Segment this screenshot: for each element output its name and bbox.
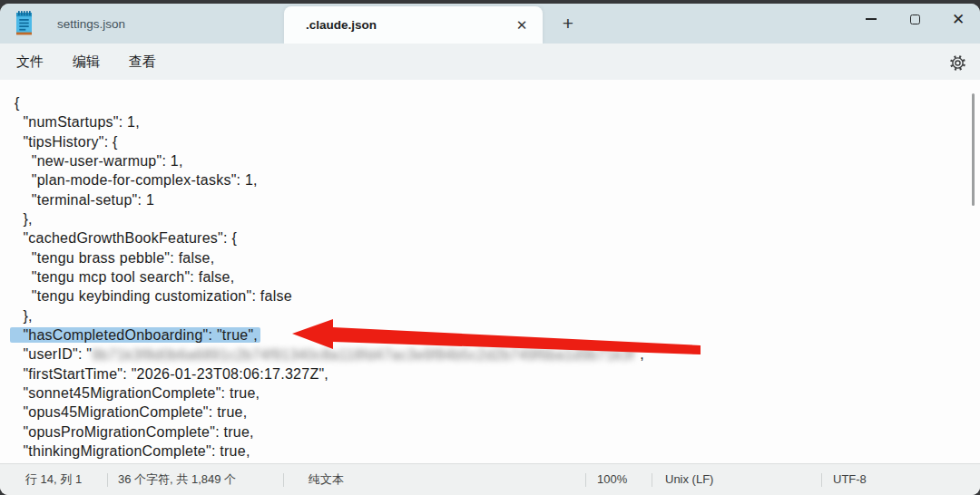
encoding: UTF-8 bbox=[833, 464, 867, 495]
code-line: "firstStartTime": "2026-01-23T08:06:17.3… bbox=[15, 364, 980, 383]
status-divider bbox=[652, 473, 652, 487]
tab-label: .claude.json bbox=[306, 18, 377, 32]
maximize-button[interactable] bbox=[893, 4, 936, 34]
code-line: "sonnet45MigrationComplete": true, bbox=[15, 383, 980, 403]
tab-settings-json[interactable]: settings.json bbox=[44, 4, 279, 44]
menu-view[interactable]: 查看 bbox=[114, 48, 171, 75]
char-count: 36 个字符, 共 1,849 个 bbox=[118, 464, 236, 495]
minimize-button[interactable] bbox=[849, 4, 893, 34]
text-editor[interactable]: { "numStartups": 1, "tipsHistory": { "ne… bbox=[0, 80, 980, 463]
selected-text: "hasCompletedOnboarding": "true", bbox=[10, 327, 260, 343]
code-line: "numStartups": 1, bbox=[15, 112, 980, 131]
userid-suffix: ", bbox=[634, 346, 644, 362]
code-line: "new-user-warmup": 1, bbox=[15, 151, 980, 170]
code-line: }, bbox=[15, 209, 980, 228]
status-divider bbox=[283, 473, 284, 487]
title-bar[interactable]: settings.json .claude.json ✕ + ✕ bbox=[0, 4, 980, 44]
zoom-level: 100% bbox=[597, 464, 627, 495]
status-bar: 行 14, 列 1 36 个字符, 共 1,849 个 纯文本 100% Uni… bbox=[0, 463, 980, 495]
window-controls: ✕ bbox=[849, 4, 980, 34]
gear-icon bbox=[949, 54, 966, 72]
vertical-scrollbar[interactable] bbox=[972, 93, 975, 206]
menu-file[interactable]: 文件 bbox=[2, 48, 58, 75]
code-line: }, bbox=[15, 306, 980, 325]
code-line: "cachedGrowthBookFeatures": { bbox=[15, 228, 980, 248]
notepad-app-icon bbox=[14, 10, 34, 36]
status-divider bbox=[821, 473, 822, 487]
minimize-icon bbox=[866, 18, 877, 20]
settings-button[interactable] bbox=[946, 51, 969, 74]
userid-prefix: "userID": " bbox=[15, 346, 92, 362]
code-line: "thinkingMigrationComplete": true, bbox=[15, 442, 980, 461]
code-line: "tipsHistory": { bbox=[15, 132, 980, 151]
code-line: "tengu brass pebble": false, bbox=[15, 248, 980, 267]
menu-edit[interactable]: 编辑 bbox=[58, 48, 114, 75]
tab-close-icon[interactable]: ✕ bbox=[512, 15, 532, 35]
code-line: "terminal-setup": 1 bbox=[15, 190, 980, 209]
notepad-window: settings.json .claude.json ✕ + ✕ 文件 编辑 查… bbox=[0, 4, 980, 495]
code-line: "opusProMigrationComplete": true, bbox=[15, 422, 980, 442]
tab-label: settings.json bbox=[57, 17, 125, 31]
code-line: "opus45MigrationComplete": true, bbox=[15, 403, 980, 422]
code-line: "plan-mode-for-complex-tasks": 1, bbox=[15, 170, 980, 189]
code-line-highlighted: "hasCompletedOnboarding": "true", bbox=[15, 325, 980, 345]
redacted-userid-blur: 9b71k3f8d0b6a6891c2b74f91340c8a118fd47ac… bbox=[92, 345, 634, 364]
doc-type: 纯文本 bbox=[309, 464, 344, 495]
tab-claude-json[interactable]: .claude.json ✕ bbox=[284, 6, 543, 44]
maximize-icon bbox=[910, 15, 920, 24]
close-button[interactable]: ✕ bbox=[936, 4, 980, 34]
close-icon: ✕ bbox=[952, 12, 965, 27]
code-line: { bbox=[15, 93, 980, 112]
new-tab-button[interactable]: + bbox=[555, 11, 581, 36]
status-divider bbox=[585, 473, 586, 487]
code-line: "tengu keybinding customization": false bbox=[15, 286, 980, 306]
line-ending: Unix (LF) bbox=[665, 464, 713, 495]
menu-bar: 文件 编辑 查看 bbox=[0, 44, 980, 80]
code-line-userid: "userID": "9b71k3f8d0b6a6891c2b74f91340c… bbox=[15, 345, 980, 364]
status-divider bbox=[107, 473, 108, 487]
code-line: "tengu mcp tool search": false, bbox=[15, 267, 980, 286]
cursor-position: 行 14, 列 1 bbox=[25, 464, 82, 495]
